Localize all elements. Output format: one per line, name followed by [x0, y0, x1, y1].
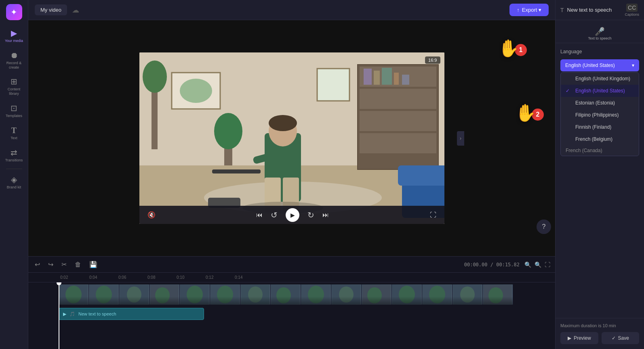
save-icon: 💾 [89, 261, 97, 268]
max-duration-note: Maximum duration is 10 min [560, 323, 639, 328]
sidebar-item-text[interactable]: T Text [1, 123, 27, 144]
panel-header: T New text to speech CC Captions [556, 0, 644, 20]
cut-button[interactable]: ✂ [60, 259, 68, 270]
sidebar-label-brand: Brand kit [7, 185, 21, 190]
forward-button[interactable]: ↻ [307, 210, 314, 220]
export-button[interactable]: ↑ My video Export ▾ [509, 4, 549, 16]
svg-point-41 [187, 286, 203, 303]
expand-icon: ⛶ [545, 261, 550, 268]
svg-point-35 [96, 286, 112, 303]
language-option-et-ee[interactable]: Estonian (Estonia) [561, 97, 639, 109]
skip-forward-button[interactable]: ⏭ [322, 211, 329, 219]
expand-timeline-button[interactable]: ⛶ [545, 261, 550, 268]
video-track-content[interactable] [59, 284, 519, 305]
language-select: English (United States) ▾ English (Unite… [560, 59, 639, 156]
video-frame: 16:9 🔇 ⏮ ↺ ▶ ↻ ⏭ [139, 52, 444, 224]
lang-label-fr-ca: French (Canada) [566, 148, 602, 153]
svg-point-57 [429, 286, 445, 303]
sidebar-item-content-library[interactable]: ⊞ Content library [1, 74, 27, 99]
sidebar-label-text: Text [11, 136, 17, 140]
text-icon: T [11, 126, 17, 134]
svg-rect-13 [382, 68, 392, 85]
timeline-content: 🔊 [28, 282, 555, 349]
right-panel: T New text to speech CC Captions 🎤 Text … [555, 0, 644, 349]
save-button[interactable]: ✓ Save [602, 332, 640, 344]
svg-point-37 [127, 286, 141, 303]
svg-rect-10 [360, 133, 436, 153]
check-icon-en-us: ✓ [566, 88, 572, 94]
language-option-en-us[interactable]: ✓ English (United States) [561, 85, 639, 97]
skip-back-button[interactable]: ⏮ [256, 211, 263, 219]
video-thumb-4 [149, 284, 180, 305]
ruler-mark-4: 0:10 [175, 275, 204, 280]
zoom-in-icon: 🔍 [535, 261, 541, 268]
svg-rect-18 [317, 69, 349, 101]
svg-point-23 [269, 115, 297, 131]
timeline-ruler: 0:02 0:04 0:06 0:08 0:10 0:12 0:14 [28, 273, 555, 282]
panel-collapse-button[interactable]: › [457, 131, 464, 146]
zoom-out-button[interactable]: 🔍 [524, 261, 531, 268]
content-library-icon: ⊞ [11, 77, 17, 86]
captions-icon: CC [626, 4, 638, 12]
panel-actions: ▶ Preview ✓ Save [560, 332, 639, 344]
app-logo[interactable]: ✦ [6, 4, 22, 20]
timeline-time: 00:00.00 / 00:15.82 [464, 262, 520, 267]
mute-button[interactable]: 🔇 [147, 211, 156, 219]
sidebar-item-templates[interactable]: ⊡ Templates [1, 101, 27, 121]
video-track: 🔊 [28, 282, 555, 307]
skip-back-icon: ⏮ [256, 211, 263, 219]
fullscreen-button[interactable]: ⛶ [430, 211, 436, 219]
sidebar-item-brand[interactable]: ◈ Brand kit [1, 172, 27, 193]
save-clip-button[interactable]: 💾 [88, 259, 99, 270]
chevron-right-icon: › [460, 136, 461, 141]
delete-icon: 🗑 [75, 261, 81, 268]
video-thumb-12 [392, 284, 422, 305]
language-select-current[interactable]: English (United States) ▾ [560, 59, 639, 71]
language-option-fr-ca[interactable]: French (Canada) [561, 145, 639, 156]
svg-rect-14 [394, 73, 399, 85]
record-icon: ⏺ [10, 51, 18, 59]
captions-button[interactable]: CC Captions [625, 4, 639, 17]
language-option-fr-be[interactable]: French (Belgium) [561, 133, 639, 145]
undo-button[interactable]: ↩ [33, 259, 42, 270]
video-thumb-1 [59, 284, 89, 305]
panel-title: T New text to speech [560, 7, 612, 13]
redo-button[interactable]: ↪ [46, 259, 55, 270]
video-thumb-2 [89, 284, 119, 305]
language-option-fil-ph[interactable]: Filipino (Philippines) [561, 109, 639, 121]
svg-point-5 [143, 61, 167, 93]
help-button[interactable]: ? [537, 219, 551, 234]
video-thumb-8 [271, 284, 301, 305]
play-icon: ▶ [290, 212, 295, 218]
language-option-fi-fi[interactable]: Finnish (Finland) [561, 121, 639, 133]
svg-point-55 [399, 286, 415, 303]
sidebar-label-content-library: Content library [3, 87, 25, 96]
delete-button[interactable]: 🗑 [73, 259, 83, 270]
forward-icon: ↻ [307, 210, 314, 220]
cut-icon: ✂ [61, 261, 67, 268]
zoom-in-button[interactable]: 🔍 [535, 261, 541, 268]
language-option-en-uk[interactable]: English (United Kingdom) [561, 73, 639, 85]
preview-area: 16:9 🔇 ⏮ ↺ ▶ ↻ ⏭ [28, 20, 555, 256]
sidebar-item-record[interactable]: ⏺ Record & create [1, 48, 27, 73]
selected-language-text: English (United States) [565, 63, 615, 68]
sidebar-item-transitions[interactable]: ⇄ Transitions [1, 145, 27, 166]
lang-label-fi-fi: Finnish (Finland) [575, 124, 611, 130]
preview-button[interactable]: ▶ Preview [560, 332, 598, 344]
sidebar: ✦ ▶ Your media ⏺ Record & create ⊞ Conte… [0, 0, 28, 349]
playhead[interactable] [59, 282, 59, 349]
save-label: Save [618, 335, 629, 341]
skip-forward-icon: ⏭ [322, 211, 329, 219]
play-button[interactable]: ▶ [286, 208, 299, 222]
sidebar-label-record: Record & create [3, 61, 25, 70]
sidebar-item-your-media[interactable]: ▶ Your media [1, 26, 27, 46]
ruler-mark-6: 0:14 [233, 275, 262, 280]
tts-clip[interactable]: ▶ 🎵 New text to speech [59, 308, 204, 320]
video-title[interactable]: My video [35, 4, 67, 15]
language-section-label: Language [560, 49, 639, 54]
text-to-speech-tab[interactable]: 🎤 Text to speech [585, 24, 614, 43]
svg-rect-12 [374, 71, 380, 85]
video-thumb-13 [422, 284, 452, 305]
rewind-button[interactable]: ↺ [271, 210, 278, 220]
current-time: 00:00.00 [464, 262, 488, 267]
